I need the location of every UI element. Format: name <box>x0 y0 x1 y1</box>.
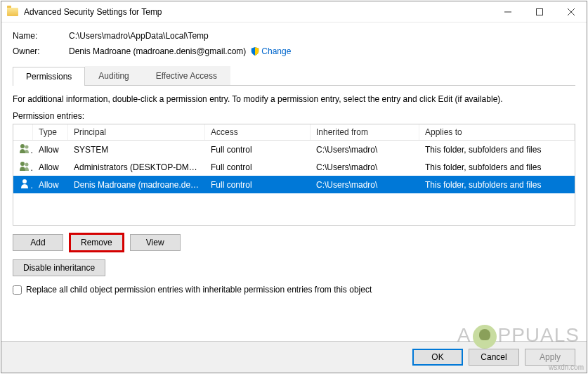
close-icon <box>568 8 575 15</box>
cell-type: Allow <box>33 160 68 175</box>
cell-principal: Administrators (DESKTOP-DMO... <box>68 160 205 175</box>
cell-access: Full control <box>205 142 311 157</box>
cell-applies: This folder, subfolders and files <box>419 177 575 193</box>
cell-access: Full control <box>205 160 311 175</box>
replace-checkbox-label: Replace all child object permission entr… <box>26 285 372 295</box>
cell-inherited: C:\Users\madro\ <box>311 177 419 193</box>
cell-principal: SYSTEM <box>68 142 205 157</box>
owner-row: Owner: Denis Madroane (madroane.denis@gm… <box>13 46 575 56</box>
replace-checkbox[interactable] <box>13 285 22 295</box>
ok-button[interactable]: OK <box>412 349 463 366</box>
window: Advanced Security Settings for Temp Name… <box>1 1 587 373</box>
close-button[interactable] <box>555 1 587 22</box>
add-button[interactable]: Add <box>13 234 63 251</box>
minimize-icon <box>504 8 511 15</box>
disable-inheritance-button[interactable]: Disable inheritance <box>13 259 105 276</box>
view-button[interactable]: View <box>130 234 181 251</box>
permission-grid: Type Principal Access Inherited from App… <box>13 124 575 226</box>
remove-button[interactable]: Remove <box>70 234 123 251</box>
svg-point-8 <box>22 179 27 183</box>
svg-point-7 <box>25 163 29 167</box>
window-title: Advanced Security Settings for Temp <box>24 7 492 17</box>
col-access[interactable]: Access <box>205 124 311 140</box>
grid-body: AllowSYSTEMFull controlC:\Users\madro\Th… <box>13 141 575 193</box>
table-row[interactable]: AllowAdministrators (DESKTOP-DMO...Full … <box>13 158 575 176</box>
svg-point-4 <box>20 144 25 148</box>
minimize-button[interactable] <box>492 1 523 22</box>
name-value: C:\Users\madro\AppData\Local\Temp <box>69 31 209 41</box>
owner-label: Owner: <box>13 46 69 56</box>
grid-header: Type Principal Access Inherited from App… <box>13 124 575 141</box>
col-applies[interactable]: Applies to <box>419 124 575 140</box>
entries-label: Permission entries: <box>13 111 575 121</box>
cell-type: Allow <box>33 177 68 193</box>
col-type[interactable]: Type <box>33 124 68 140</box>
tab-effective-access[interactable]: Effective Access <box>143 66 230 85</box>
tab-auditing[interactable]: Auditing <box>85 66 142 85</box>
replace-checkbox-row: Replace all child object permission entr… <box>13 285 575 295</box>
user-icon <box>13 141 33 158</box>
cell-type: Allow <box>33 142 68 157</box>
table-row[interactable]: AllowDenis Madroane (madroane.deni...Ful… <box>13 176 575 193</box>
table-row[interactable]: AllowSYSTEMFull controlC:\Users\madro\Th… <box>13 141 575 158</box>
svg-rect-1 <box>536 8 542 15</box>
shield-icon <box>250 46 260 56</box>
cell-principal: Denis Madroane (madroane.deni... <box>68 177 205 193</box>
maximize-button[interactable] <box>523 1 555 22</box>
cancel-button[interactable]: Cancel <box>469 349 519 366</box>
col-inherited[interactable]: Inherited from <box>311 124 419 140</box>
col-icon[interactable] <box>13 124 33 140</box>
tab-permissions[interactable]: Permissions <box>13 67 85 86</box>
user-icon <box>13 158 33 176</box>
tabs: Permissions Auditing Effective Access <box>13 66 575 86</box>
change-owner-link[interactable]: Change <box>261 46 291 56</box>
entry-buttons: Add Remove View <box>13 234 575 251</box>
col-principal[interactable]: Principal <box>68 124 205 140</box>
user-icon <box>13 176 33 193</box>
titlebar: Advanced Security Settings for Temp <box>1 1 587 22</box>
cell-applies: This folder, subfolders and files <box>419 160 575 175</box>
info-text: For additional information, double-click… <box>13 94 575 104</box>
cell-applies: This folder, subfolders and files <box>419 142 575 157</box>
name-label: Name: <box>13 31 69 41</box>
maximize-icon <box>536 8 543 15</box>
apply-button: Apply <box>525 349 575 366</box>
svg-point-5 <box>25 146 29 149</box>
owner-value: Denis Madroane (madroane.denis@gmail.com… <box>69 46 246 56</box>
name-row: Name: C:\Users\madro\AppData\Local\Temp <box>13 31 575 41</box>
footer-buttons: OK Cancel Apply <box>1 341 587 373</box>
cell-inherited: C:\Users\madro\ <box>311 142 419 157</box>
svg-point-6 <box>20 162 25 166</box>
cell-inherited: C:\Users\madro\ <box>311 160 419 175</box>
content-area: Name: C:\Users\madro\AppData\Local\Temp … <box>1 22 587 341</box>
folder-icon <box>7 8 18 16</box>
cell-access: Full control <box>205 177 311 193</box>
